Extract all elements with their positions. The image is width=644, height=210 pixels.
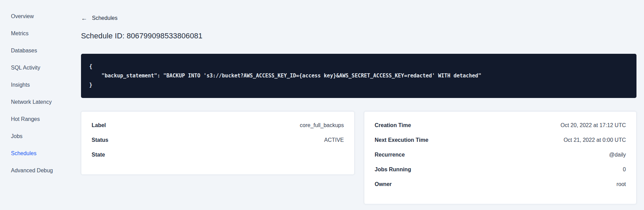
sidebar-item-hot-ranges[interactable]: Hot Ranges <box>11 111 70 128</box>
sidebar: Overview Metrics Databases SQL Activity … <box>0 0 70 210</box>
code-line: { <box>89 62 628 71</box>
jobs-running-row: Jobs Running 0 <box>375 162 626 177</box>
jobs-running-label: Jobs Running <box>375 166 411 173</box>
sidebar-item-network-latency[interactable]: Network Latency <box>11 94 70 111</box>
sidebar-item-jobs[interactable]: Jobs <box>11 128 70 145</box>
owner-row: Owner root <box>375 177 626 192</box>
recurrence-row: Recurrence @daily <box>375 147 626 162</box>
owner-label: Owner <box>375 181 392 187</box>
creation-time-row: Creation Time Oct 20, 2022 at 17:12 UTC <box>375 118 626 133</box>
next-execution-time-label: Next Execution Time <box>375 137 428 143</box>
code-line: "backup_statement": "BACKUP INTO 's3://b… <box>89 71 628 81</box>
detail-cards: Label core_full_backups Status ACTIVE St… <box>81 111 636 204</box>
sidebar-item-schedules[interactable]: Schedules <box>11 145 70 162</box>
status-row-label: Status <box>92 137 108 143</box>
schedule-details-card: Label core_full_backups Status ACTIVE St… <box>81 111 354 175</box>
owner-value: root <box>616 181 626 187</box>
state-row: State <box>92 147 344 162</box>
schedule-timing-card: Creation Time Oct 20, 2022 at 17:12 UTC … <box>364 111 636 204</box>
sidebar-item-sql-activity[interactable]: SQL Activity <box>11 59 70 76</box>
creation-time-value: Oct 20, 2022 at 17:12 UTC <box>561 122 626 128</box>
page-title: Schedule ID: 806799098533806081 <box>81 32 636 40</box>
back-link-label: Schedules <box>92 15 118 21</box>
creation-time-label: Creation Time <box>375 122 411 128</box>
next-execution-time-value: Oct 21, 2022 at 0:00 UTC <box>564 137 626 143</box>
sidebar-item-insights[interactable]: Insights <box>11 76 70 94</box>
sidebar-item-databases[interactable]: Databases <box>11 42 70 59</box>
label-row-label: Label <box>92 122 106 128</box>
sidebar-item-metrics[interactable]: Metrics <box>11 25 70 42</box>
status-row: Status ACTIVE <box>92 133 344 147</box>
backup-statement-code-block: { "backup_statement": "BACKUP INTO 's3:/… <box>81 54 636 98</box>
label-row-value: core_full_backups <box>300 122 344 128</box>
sidebar-item-overview[interactable]: Overview <box>11 8 70 25</box>
sidebar-item-advanced-debug[interactable]: Advanced Debug <box>11 162 70 179</box>
jobs-running-value: 0 <box>623 166 626 173</box>
state-row-label: State <box>92 152 105 158</box>
back-to-schedules-link[interactable]: ← Schedules <box>81 15 118 21</box>
recurrence-label: Recurrence <box>375 152 405 158</box>
recurrence-value: @daily <box>609 152 626 158</box>
code-line: } <box>89 81 628 90</box>
label-row: Label core_full_backups <box>92 118 344 133</box>
back-arrow-icon: ← <box>81 15 87 21</box>
next-execution-time-row: Next Execution Time Oct 21, 2022 at 0:00… <box>375 133 626 147</box>
main-content: ← Schedules Schedule ID: 806799098533806… <box>81 0 636 204</box>
status-row-value: ACTIVE <box>324 137 344 143</box>
